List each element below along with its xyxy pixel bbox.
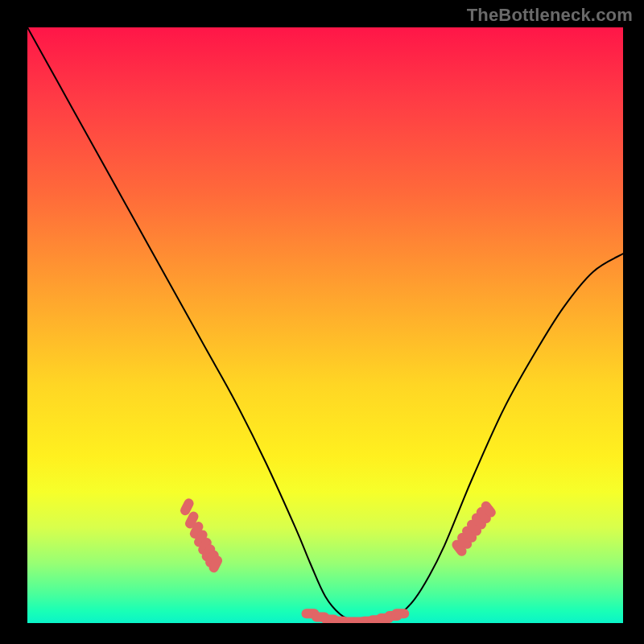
watermark-text: TheBottleneck.com	[467, 5, 633, 26]
series-bottleneck-curve	[27, 27, 623, 623]
svg-rect-18	[391, 609, 409, 618]
plot-area	[27, 27, 623, 623]
marker-valley-cluster	[391, 609, 409, 618]
chart-stage: TheBottleneck.com	[0, 0, 644, 644]
chart-svg	[27, 27, 623, 623]
